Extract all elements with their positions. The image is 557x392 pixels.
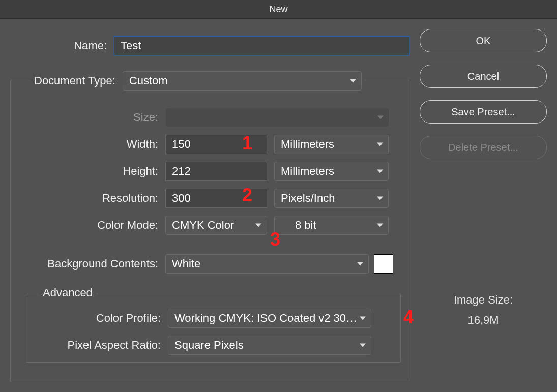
chevron-down-icon <box>350 79 356 83</box>
resolution-label: Resolution: <box>11 192 158 205</box>
color-profile-label: Color Profile: <box>34 312 161 325</box>
background-color-swatch[interactable] <box>374 254 393 274</box>
left-column: Name: Document Type: Custom Size: <box>5 29 409 382</box>
resolution-input[interactable] <box>165 189 267 208</box>
name-label: Name: <box>5 39 107 52</box>
height-label: Height: <box>11 165 158 178</box>
pixel-aspect-ratio-select[interactable]: Square Pixels <box>168 336 371 355</box>
size-label: Size: <box>11 111 158 124</box>
cancel-button-label: Cancel <box>467 71 499 82</box>
color-profile-select[interactable]: Working CMYK: ISO Coated v2 30… <box>168 309 371 328</box>
background-contents-label: Background Contents: <box>11 257 158 270</box>
image-size-value: 16,9M <box>420 314 547 327</box>
size-select <box>165 108 389 127</box>
advanced-group: Advanced Color Profile: Working CMYK: IS… <box>26 294 401 363</box>
document-type-label: Document Type: <box>34 74 115 87</box>
pixel-aspect-ratio-value: Square Pixels <box>174 339 244 352</box>
document-type-legend: Document Type: Custom <box>31 71 365 91</box>
document-type-group: Document Type: Custom Size: Width: <box>10 80 409 382</box>
advanced-legend: Advanced <box>39 286 97 299</box>
width-unit-select[interactable]: Millimeters <box>274 135 389 154</box>
save-preset-button[interactable]: Save Preset... <box>420 100 547 124</box>
dialog-title-text: New <box>269 4 287 15</box>
ok-button[interactable]: OK <box>420 29 547 52</box>
chevron-down-icon <box>360 317 366 320</box>
chevron-down-icon <box>377 116 384 119</box>
chevron-down-icon <box>377 143 383 146</box>
resolution-unit-value: Pixels/Inch <box>281 192 335 205</box>
color-mode-label: Color Mode: <box>11 219 158 232</box>
delete-preset-label: Delete Preset... <box>448 142 518 154</box>
pixel-aspect-ratio-label: Pixel Aspect Ratio: <box>34 339 161 352</box>
dialog-title: New <box>0 0 557 19</box>
image-size-block: Image Size: 16,9M <box>420 293 547 327</box>
document-type-value: Custom <box>129 74 168 87</box>
color-depth-select[interactable]: 8 bit <box>274 216 389 235</box>
ok-button-label: OK <box>476 35 491 47</box>
width-label: Width: <box>11 138 158 151</box>
chevron-down-icon <box>357 262 363 266</box>
name-input[interactable] <box>114 36 409 55</box>
color-depth-value: 8 bit <box>281 219 316 232</box>
background-contents-select[interactable]: White <box>165 254 369 274</box>
height-unit-value: Millimeters <box>281 165 334 178</box>
right-column: OK Cancel Save Preset... Delete Preset..… <box>409 29 547 382</box>
resolution-unit-select[interactable]: Pixels/Inch <box>274 189 389 208</box>
chevron-down-icon <box>360 344 366 347</box>
dialog-body: Name: Document Type: Custom Size: <box>0 19 557 392</box>
chevron-down-icon <box>377 197 383 200</box>
color-profile-value: Working CMYK: ISO Coated v2 30… <box>174 312 357 325</box>
width-unit-value: Millimeters <box>281 138 334 151</box>
background-contents-value: White <box>172 257 200 270</box>
cancel-button[interactable]: Cancel <box>420 65 547 88</box>
chevron-down-icon <box>377 170 383 173</box>
delete-preset-button: Delete Preset... <box>420 136 547 159</box>
document-type-select[interactable]: Custom <box>123 71 362 91</box>
chevron-down-icon <box>255 224 261 227</box>
color-mode-select[interactable]: CMYK Color <box>165 216 267 235</box>
save-preset-label: Save Preset... <box>451 106 515 118</box>
height-unit-select[interactable]: Millimeters <box>274 162 389 181</box>
image-size-label: Image Size: <box>420 293 547 307</box>
width-input[interactable] <box>165 135 267 154</box>
color-mode-value: CMYK Color <box>172 219 234 232</box>
height-input[interactable] <box>165 162 267 181</box>
chevron-down-icon <box>377 224 383 227</box>
